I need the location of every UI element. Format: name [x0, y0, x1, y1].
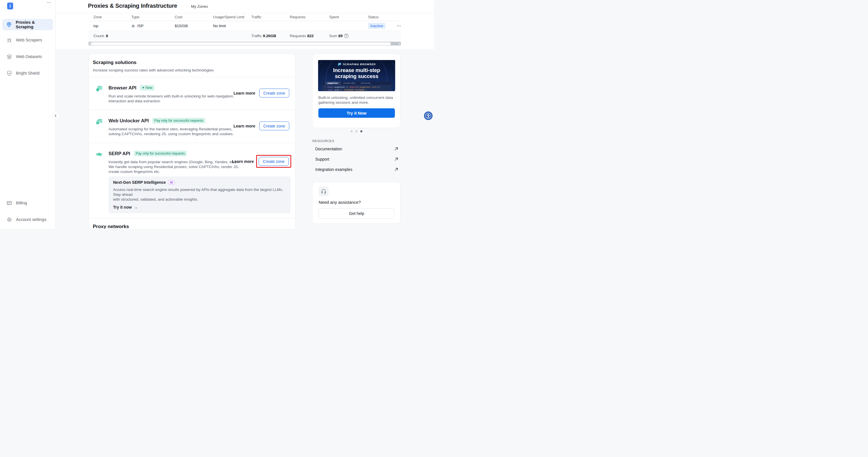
- scroll-right-arrow-icon[interactable]: [399, 42, 400, 45]
- spider-icon: [6, 37, 12, 43]
- table-row[interactable]: isp s ISP $15/GB No limit Inactive •••: [89, 21, 401, 31]
- serp-api-icon: [96, 151, 103, 158]
- nextgen-serp-intelligence-box: Next-Gen SERP Intelligence AI Access rea…: [108, 176, 291, 213]
- external-link-arrow-icon: [395, 147, 398, 151]
- sidebar-item-label: Proxies & Scraping: [16, 20, 50, 29]
- promo-description: Built-in unlocking, unlimited concurrent…: [318, 95, 394, 105]
- app-logo[interactable]: i: [7, 3, 13, 9]
- zone-name[interactable]: isp: [93, 24, 131, 28]
- location-pin-icon: [6, 22, 12, 28]
- page-subtitle: My Zones: [191, 4, 208, 8]
- resource-link-integration-examples[interactable]: Integration examples: [312, 166, 401, 173]
- carousel-dot-2[interactable]: [355, 130, 358, 132]
- zones-table: Zone Type Cost Usage/Spend Limit Traffic…: [89, 13, 401, 41]
- traffic-value: 9.26GB: [263, 34, 276, 38]
- promo-brand-label: SCRAPING BROWSER: [343, 63, 376, 66]
- col-type: Type: [131, 15, 175, 19]
- sum-label: Sum: [329, 34, 337, 38]
- learn-more-link[interactable]: Learn more: [234, 124, 255, 128]
- highlight-ring: Create zone: [256, 155, 291, 168]
- nextgen-description: Access real-time search engine results p…: [113, 187, 286, 202]
- sidebar-item-label: Billing: [16, 201, 27, 205]
- resources-heading: RESOURCES: [312, 139, 401, 143]
- count-value: 8: [106, 34, 108, 38]
- col-limit: Usage/Spend Limit: [213, 15, 251, 19]
- create-zone-button-browser-api[interactable]: Create zone: [259, 89, 289, 97]
- sidebar: i ••• Proxies & Scraping Web Scrapers: [0, 0, 56, 229]
- sidebar-item-label: Web Datasets: [16, 54, 42, 59]
- sparkle-icon: ✦: [142, 86, 145, 90]
- zone-cost: $15/GB: [175, 24, 213, 28]
- sidebar-item-web-scrapers[interactable]: Web Scrapers: [2, 34, 53, 46]
- external-link-arrow-icon: [395, 168, 398, 171]
- table-horizontal-scrollbar[interactable]: [89, 42, 401, 46]
- page-title: Proxies & Scraping Infrastructure: [88, 3, 177, 9]
- solution-row-serp-api: SERP API Pay only for successful request…: [89, 143, 295, 220]
- scraping-browser-icon: [338, 63, 341, 66]
- promo-headline: Increase multi-step scraping success: [318, 67, 395, 79]
- promo-banner-image[interactable]: SCRAPING BROWSER Increase multi-step scr…: [318, 60, 395, 91]
- section-title: Scraping solutions: [93, 60, 291, 65]
- zones-table-summary: Count:8 Traffic9.26GB Requests822 Sum $9…: [89, 31, 401, 41]
- accessibility-button[interactable]: [424, 111, 433, 120]
- learn-more-link[interactable]: Learn more: [234, 91, 255, 95]
- sidebar-item-bright-shield[interactable]: Bright Shield: [2, 67, 53, 79]
- pay-per-success-badge: Pay only for successful requests: [134, 151, 187, 156]
- get-help-button[interactable]: Get help: [319, 208, 395, 219]
- status-badge[interactable]: Inactive: [368, 23, 385, 29]
- col-traffic: Traffic: [251, 15, 290, 19]
- scroll-left-arrow-icon[interactable]: [89, 42, 91, 45]
- zone-type: ISP: [137, 24, 144, 28]
- create-zone-button-web-unlocker[interactable]: Create zone: [259, 121, 289, 130]
- headset-icon: [319, 187, 329, 196]
- sidebar-item-proxies-scraping[interactable]: Proxies & Scraping: [2, 19, 53, 30]
- sidebar-collapse-button[interactable]: [52, 112, 60, 120]
- col-requests: Requests: [290, 15, 329, 19]
- help-circle-icon[interactable]: ?: [344, 34, 348, 38]
- sidebar-item-label: Account settings: [16, 217, 46, 222]
- code-tab-playwright[interactable]: playwright: [341, 82, 358, 85]
- pay-per-success-badge: Pay only for successful requests: [152, 118, 205, 123]
- promo-code-panel: puppeteer playwright selenium 1const pup…: [322, 82, 391, 91]
- learn-more-link[interactable]: Learn more: [232, 159, 254, 164]
- scraping-solutions-header: Scraping solutions Increase scraping suc…: [89, 54, 295, 77]
- section-subtitle: Increase scraping success rates with adv…: [93, 68, 291, 72]
- try-it-now-link[interactable]: Try it now →: [113, 205, 137, 209]
- chevron-left-icon: [54, 114, 57, 117]
- carousel-dot-1[interactable]: [351, 130, 352, 132]
- shield-check-icon: [6, 70, 12, 76]
- sidebar-item-account-settings[interactable]: Account settings: [2, 214, 53, 225]
- sidebar-bottom-nav: Billing Account settings: [0, 197, 55, 225]
- resource-link-support[interactable]: Support: [312, 155, 401, 163]
- code-tab-selenium[interactable]: selenium: [358, 82, 373, 85]
- layers-icon: [6, 54, 12, 60]
- new-badge: ✦New: [140, 85, 154, 91]
- ai-badge: AI: [168, 180, 175, 184]
- credit-card-icon: [6, 200, 12, 206]
- sidebar-item-web-datasets[interactable]: Web Datasets: [2, 51, 53, 62]
- sidebar-overflow-menu-icon[interactable]: •••: [47, 1, 52, 4]
- resource-link-documentation[interactable]: Documentation: [312, 145, 401, 153]
- col-cost: Cost: [175, 15, 213, 19]
- proxy-networks-card: Proxy networks: [89, 218, 296, 229]
- try-it-now-button[interactable]: Try it Now: [318, 108, 395, 118]
- section-title: Proxy networks: [93, 224, 291, 229]
- nextgen-title: Next-Gen SERP Intelligence: [113, 180, 166, 184]
- sidebar-item-label: Bright Shield: [16, 71, 39, 76]
- row-menu-icon[interactable]: •••: [397, 24, 402, 27]
- scrollbar-thumb[interactable]: [91, 42, 391, 45]
- assistance-question: Need any assistance?: [319, 200, 394, 205]
- carousel-dots: [312, 130, 401, 132]
- sidebar-item-label: Web Scrapers: [16, 38, 42, 42]
- requests-label: Requests: [290, 34, 306, 38]
- sidebar-nav: Proxies & Scraping Web Scrapers Web Da: [0, 19, 55, 84]
- isp-house-icon: s: [131, 24, 135, 28]
- solution-row-web-unlocker-api: Web Unlocker API Pay only for successful…: [89, 110, 295, 143]
- code-tab-puppeteer[interactable]: puppeteer: [325, 82, 341, 85]
- sidebar-item-billing[interactable]: Billing: [2, 197, 53, 209]
- carousel-dot-3-active[interactable]: [360, 130, 362, 132]
- sum-value: $9: [338, 34, 343, 38]
- product-title: Browser API: [108, 85, 136, 91]
- arrow-right-icon: →: [134, 205, 137, 209]
- create-zone-button-serp-api[interactable]: Create zone: [259, 157, 289, 166]
